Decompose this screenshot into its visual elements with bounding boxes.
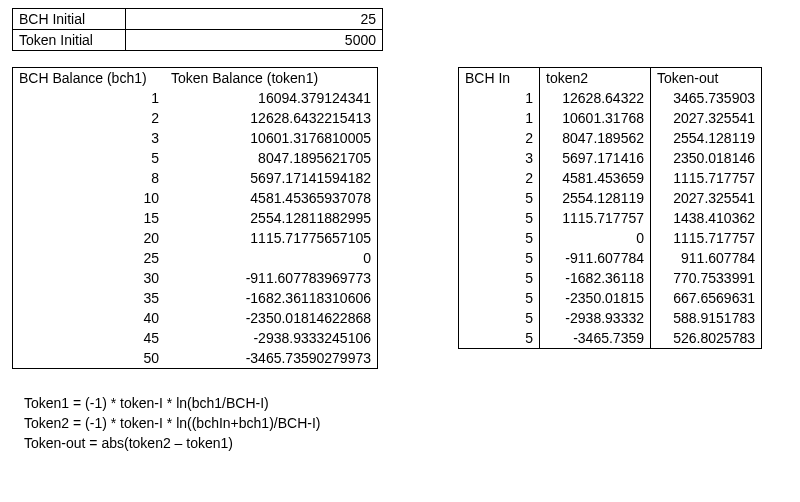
balance-row: 85697.17141594182 xyxy=(13,168,378,188)
delta-cell-tokenout: 2027.325541 xyxy=(651,188,762,208)
delta-cell-token2: -911.607784 xyxy=(540,248,651,268)
formulas-block: Token1 = (-1) * token-I * ln(bch1/BCH-I)… xyxy=(24,393,788,453)
formula-token1: Token1 = (-1) * token-I * ln(bch1/BCH-I) xyxy=(24,393,788,413)
delta-header-tokenout: Token-out xyxy=(651,68,762,89)
delta-cell-bchin: 5 xyxy=(459,288,540,308)
balance-row: 201115.71775657105 xyxy=(13,228,378,248)
delta-row: 51115.7177571438.410362 xyxy=(459,208,762,228)
token-initial-value: 5000 xyxy=(126,30,383,51)
formula-token2: Token2 = (-1) * token-I * ln((bchIn+bch1… xyxy=(24,413,788,433)
delta-cell-bchin: 5 xyxy=(459,268,540,288)
balance-header-row: BCH Balance (bch1) Token Balance (token1… xyxy=(13,68,378,89)
delta-cell-bchin: 3 xyxy=(459,148,540,168)
delta-cell-tokenout: 1438.410362 xyxy=(651,208,762,228)
balance-cell-token: 8047.1895621705 xyxy=(165,148,378,168)
balance-header-bch: BCH Balance (bch1) xyxy=(13,68,166,89)
delta-cell-token2: 1115.717757 xyxy=(540,208,651,228)
delta-row: 5-1682.36118770.7533991 xyxy=(459,268,762,288)
delta-cell-bchin: 5 xyxy=(459,248,540,268)
balance-cell-token: 1115.71775657105 xyxy=(165,228,378,248)
token-initial-label: Token Initial xyxy=(13,30,126,51)
balance-cell-bch: 8 xyxy=(13,168,166,188)
balance-cell-bch: 2 xyxy=(13,108,166,128)
balance-cell-bch: 25 xyxy=(13,248,166,268)
delta-cell-token2: -2938.93332 xyxy=(540,308,651,328)
balance-cell-token: 12628.6432215413 xyxy=(165,108,378,128)
delta-cell-token2: 2554.128119 xyxy=(540,188,651,208)
delta-row: 501115.717757 xyxy=(459,228,762,248)
delta-cell-tokenout: 2027.325541 xyxy=(651,108,762,128)
balance-cell-token: -2938.9333245106 xyxy=(165,328,378,348)
delta-cell-token2: -3465.7359 xyxy=(540,328,651,349)
delta-cell-bchin: 5 xyxy=(459,308,540,328)
delta-table: BCH In token2 Token-out 112628.643223465… xyxy=(458,67,762,349)
balance-row: 30-911.607783969773 xyxy=(13,268,378,288)
balance-cell-token: 4581.45365937078 xyxy=(165,188,378,208)
formula-tokenout: Token-out = abs(token2 – token1) xyxy=(24,433,788,453)
balance-cell-bch: 35 xyxy=(13,288,166,308)
balance-row: 45-2938.9333245106 xyxy=(13,328,378,348)
delta-cell-tokenout: 1115.717757 xyxy=(651,228,762,248)
delta-cell-tokenout: 1115.717757 xyxy=(651,168,762,188)
balance-cell-token: -2350.01814622868 xyxy=(165,308,378,328)
balance-cell-bch: 1 xyxy=(13,88,166,108)
delta-cell-token2: 8047.189562 xyxy=(540,128,651,148)
init-row-bch: BCH Initial 25 xyxy=(13,9,383,30)
delta-row: 24581.4536591115.717757 xyxy=(459,168,762,188)
balance-row: 250 xyxy=(13,248,378,268)
delta-cell-bchin: 5 xyxy=(459,228,540,248)
balance-cell-bch: 10 xyxy=(13,188,166,208)
balance-row: 152554.12811882995 xyxy=(13,208,378,228)
delta-cell-token2: 0 xyxy=(540,228,651,248)
balance-cell-token: 10601.3176810005 xyxy=(165,128,378,148)
delta-cell-token2: 10601.31768 xyxy=(540,108,651,128)
delta-row: 112628.643223465.735903 xyxy=(459,88,762,108)
delta-row: 35697.1714162350.018146 xyxy=(459,148,762,168)
balance-cell-token: -911.607783969773 xyxy=(165,268,378,288)
balance-cell-bch: 45 xyxy=(13,328,166,348)
delta-cell-bchin: 2 xyxy=(459,168,540,188)
balance-cell-token: 5697.17141594182 xyxy=(165,168,378,188)
delta-cell-token2: -2350.01815 xyxy=(540,288,651,308)
delta-row: 28047.1895622554.128119 xyxy=(459,128,762,148)
init-row-token: Token Initial 5000 xyxy=(13,30,383,51)
delta-cell-tokenout: 667.6569631 xyxy=(651,288,762,308)
balance-row: 58047.1895621705 xyxy=(13,148,378,168)
delta-row: 5-911.607784911.607784 xyxy=(459,248,762,268)
balance-header-token: Token Balance (token1) xyxy=(165,68,378,89)
delta-header-row: BCH In token2 Token-out xyxy=(459,68,762,89)
delta-cell-tokenout: 3465.735903 xyxy=(651,88,762,108)
balance-row: 40-2350.01814622868 xyxy=(13,308,378,328)
delta-row: 5-3465.7359526.8025783 xyxy=(459,328,762,349)
delta-row: 52554.1281192027.325541 xyxy=(459,188,762,208)
balance-cell-bch: 3 xyxy=(13,128,166,148)
delta-cell-bchin: 1 xyxy=(459,88,540,108)
delta-cell-tokenout: 911.607784 xyxy=(651,248,762,268)
delta-cell-tokenout: 588.9151783 xyxy=(651,308,762,328)
delta-header-token2: token2 xyxy=(540,68,651,89)
delta-cell-tokenout: 526.8025783 xyxy=(651,328,762,349)
delta-row: 5-2350.01815667.6569631 xyxy=(459,288,762,308)
bch-initial-value: 25 xyxy=(126,9,383,30)
bch-initial-label: BCH Initial xyxy=(13,9,126,30)
balance-row: 50-3465.73590279973 xyxy=(13,348,378,369)
balance-cell-bch: 5 xyxy=(13,148,166,168)
balance-cell-token: 16094.379124341 xyxy=(165,88,378,108)
delta-cell-token2: 4581.453659 xyxy=(540,168,651,188)
balance-row: 116094.379124341 xyxy=(13,88,378,108)
balance-row: 212628.6432215413 xyxy=(13,108,378,128)
balance-cell-token: -1682.36118310606 xyxy=(165,288,378,308)
balance-cell-bch: 50 xyxy=(13,348,166,369)
balance-cell-bch: 40 xyxy=(13,308,166,328)
balance-cell-bch: 20 xyxy=(13,228,166,248)
balance-cell-token: 0 xyxy=(165,248,378,268)
delta-cell-bchin: 5 xyxy=(459,188,540,208)
balance-cell-token: 2554.12811882995 xyxy=(165,208,378,228)
delta-row: 5-2938.93332588.9151783 xyxy=(459,308,762,328)
delta-cell-token2: 5697.171416 xyxy=(540,148,651,168)
delta-cell-token2: -1682.36118 xyxy=(540,268,651,288)
delta-cell-bchin: 5 xyxy=(459,328,540,349)
balance-row: 104581.45365937078 xyxy=(13,188,378,208)
delta-cell-bchin: 2 xyxy=(459,128,540,148)
delta-cell-bchin: 5 xyxy=(459,208,540,228)
